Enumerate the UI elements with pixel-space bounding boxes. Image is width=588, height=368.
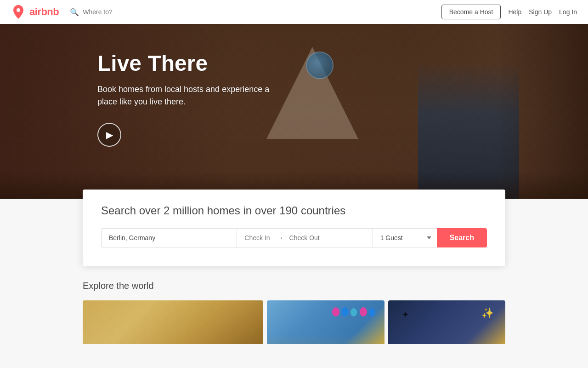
balloon-pink (332, 307, 339, 316)
guests-select[interactable]: 1 Guest 2 Guests 3 Guests 4 Guests 5+ Gu… (373, 228, 437, 247)
explore-title: Explore the world (83, 281, 505, 291)
search-panel: Search over 2 million homes in over 190 … (83, 190, 505, 266)
play-button[interactable]: ▶ (97, 123, 121, 147)
navbar: airbnb 🔍 Where to? Become a Host Help Si… (0, 0, 588, 24)
navbar-search[interactable]: 🔍 Where to? (70, 8, 441, 17)
search-fields: Check In → Check Out 1 Guest 2 Guests 3 … (101, 228, 487, 247)
location-input[interactable] (101, 228, 237, 247)
city-card-paris[interactable] (83, 300, 263, 344)
fireworks-decoration2: ✦ (402, 310, 409, 320)
balloon-blue2 (369, 308, 375, 316)
hero-subtitle: Book homes from local hosts and experien… (97, 83, 290, 108)
navbar-right: Become a Host Help Sign Up Log In (441, 5, 577, 19)
explore-grid: Rome ✨ ✦ Los Angeles (83, 300, 505, 344)
main-content: Live There Book homes from local hosts a… (0, 0, 588, 344)
arrow-icon: → (276, 233, 284, 243)
hero-content: Live There Book homes from local hosts a… (0, 24, 588, 147)
play-icon: ▶ (106, 129, 113, 140)
hero-title: Live There (97, 52, 588, 76)
navbar-search-text: Where to? (83, 8, 113, 16)
help-link[interactable]: Help (508, 8, 521, 16)
airbnb-logo-icon (11, 5, 26, 19)
logo-text: airbnb (29, 6, 59, 18)
balloon-cyan (351, 308, 357, 316)
dates-wrapper[interactable]: Check In → Check Out (237, 228, 372, 247)
checkout-label: Check Out (289, 234, 320, 242)
fireworks-decoration: ✨ (481, 307, 494, 319)
become-host-button[interactable]: Become a Host (441, 5, 501, 19)
balloon-pink2 (360, 307, 367, 316)
checkin-label: Check In (244, 234, 270, 242)
search-icon: 🔍 (70, 8, 79, 17)
explore-section: Explore the world (83, 266, 505, 344)
login-link[interactable]: Log In (559, 8, 577, 16)
balloons-decoration (332, 307, 375, 316)
buildings-overlay (267, 334, 384, 344)
search-panel-title: Search over 2 million homes in over 190 … (101, 204, 487, 217)
hero-section: Live There Book homes from local hosts a… (0, 24, 588, 199)
signup-link[interactable]: Sign Up (529, 8, 552, 16)
search-button[interactable]: Search (437, 228, 487, 247)
balloon-blue (341, 307, 349, 316)
airbnb-logo[interactable]: airbnb (11, 5, 59, 19)
city-card-rome[interactable]: Rome (267, 300, 384, 344)
sky-overlay (83, 300, 263, 344)
city-card-la[interactable]: ✨ ✦ Los Angeles (388, 300, 505, 344)
